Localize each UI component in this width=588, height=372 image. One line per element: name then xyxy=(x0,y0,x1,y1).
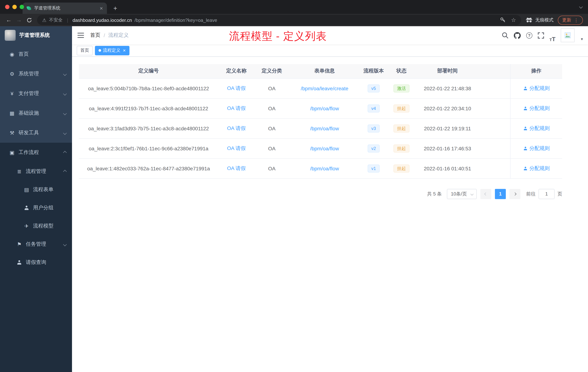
assign-rule-link[interactable]: 分配规则 xyxy=(523,85,550,92)
prev-page-button[interactable] xyxy=(480,189,491,199)
forward-button[interactable]: → xyxy=(14,15,24,25)
cell-category: OA xyxy=(254,158,289,178)
assign-rule-link[interactable]: 分配规则 xyxy=(523,145,550,152)
form-link[interactable]: /bpm/oa/flow xyxy=(310,165,339,171)
tag-home[interactable]: 首页 xyxy=(77,46,93,55)
assign-rule-link[interactable]: 分配规则 xyxy=(523,105,550,111)
sidebar-item-home[interactable]: ◉首页 xyxy=(0,44,72,64)
assign-rule-link[interactable]: 分配规则 xyxy=(523,165,550,172)
sidebar-item-label: 研发工具 xyxy=(19,130,62,136)
sidebar-item-label: 基础设施 xyxy=(19,110,62,117)
sidebar-item-system-management[interactable]: ⚙系统管理 xyxy=(0,64,72,84)
col-actions: 操作 xyxy=(510,64,562,78)
reload-icon xyxy=(26,17,32,23)
github-button[interactable] xyxy=(514,28,521,42)
goto-page-input[interactable] xyxy=(538,189,555,199)
caret-down-icon[interactable]: ▾ xyxy=(581,37,583,42)
bookmark-star-icon[interactable]: ☆ xyxy=(511,17,516,23)
cell-spacer xyxy=(479,118,510,138)
menu-kebab-icon[interactable]: ⋮ xyxy=(574,17,578,23)
help-button[interactable]: ? xyxy=(526,28,532,42)
definition-name-link[interactable]: OA 请假 xyxy=(227,105,246,111)
sidebar-item-process-form[interactable]: ▤流程表单 xyxy=(0,181,72,199)
breadcrumb-home[interactable]: 首页 xyxy=(90,32,100,39)
update-button[interactable]: 更新 ⋮ xyxy=(558,15,583,25)
form-link[interactable]: /bpm/oa/flow xyxy=(310,105,339,111)
cell-actions: 分配规则 xyxy=(510,98,562,118)
search-button[interactable] xyxy=(502,28,508,42)
cell-definition-id: oa_leave:2:3c1f0ef1-76b1-11ec-9c66-a2380… xyxy=(79,138,218,158)
back-button[interactable]: ← xyxy=(4,15,14,25)
sidebar-item-label: 系统管理 xyxy=(19,71,62,77)
cell-status: 挂起 xyxy=(387,158,416,178)
form-link[interactable]: /bpm/oa/leave/create xyxy=(301,85,348,91)
close-window-button[interactable] xyxy=(5,5,10,9)
reload-button[interactable] xyxy=(24,15,34,25)
minimize-window-button[interactable] xyxy=(12,5,17,9)
sidebar-item-process-model[interactable]: ✈流程模型 xyxy=(0,217,72,235)
next-page-button[interactable] xyxy=(509,189,520,199)
tag-process-definition[interactable]: 流程定义× xyxy=(95,46,129,55)
avatar[interactable] xyxy=(561,28,575,42)
form-link[interactable]: /bpm/oa/flow xyxy=(310,145,339,151)
security-label[interactable]: 不安全 xyxy=(49,17,63,23)
tab-close-icon[interactable]: × xyxy=(99,5,104,11)
sidebar-item-leave-query[interactable]: 请假查询 xyxy=(0,253,72,272)
page-size-select[interactable]: 10条/页 xyxy=(447,189,477,199)
definition-name-link[interactable]: OA 请假 xyxy=(227,85,246,91)
font-size-button[interactable]: TT xyxy=(549,28,556,42)
key-icon[interactable] xyxy=(500,17,506,23)
sidebar-item-infrastructure[interactable]: ▦基础设施 xyxy=(0,103,72,123)
cell-status: 挂起 xyxy=(387,118,416,138)
pagination-total: 共 5 条 xyxy=(427,191,442,197)
sidebar-item-task-management[interactable]: ⚑任务管理 xyxy=(0,235,72,253)
yen-icon: ¥ xyxy=(8,91,16,97)
definition-name-link[interactable]: OA 请假 xyxy=(227,145,246,151)
tab-search-chevron-icon[interactable] xyxy=(579,5,583,9)
cell-deploy-time: 2022-01-16 01:40:51 xyxy=(416,158,479,178)
assign-rule-link[interactable]: 分配规则 xyxy=(523,125,550,131)
sidebar-item-process-management[interactable]: ≣流程管理 xyxy=(0,162,72,181)
definition-name-link[interactable]: OA 请假 xyxy=(227,125,246,131)
address-bar[interactable]: ⚠ 不安全 | dashboard.yudao.iocoder.cn /bpm/… xyxy=(37,15,521,25)
logo[interactable]: 芋道管理系统 xyxy=(0,26,72,44)
cell-spacer xyxy=(479,98,510,118)
new-tab-button[interactable]: + xyxy=(111,5,120,12)
assign-rule-label: 分配规则 xyxy=(529,125,550,131)
chevron-up-icon xyxy=(63,170,67,173)
pagination: 共 5 条 10条/页 1 前往 页 xyxy=(79,189,562,199)
definition-table: 定义编号 定义名称 定义分类 表单信息 流程版本 状态 部署时间 操作 xyxy=(79,64,562,178)
user-icon xyxy=(523,166,527,170)
cell-definition-name: OA 请假 xyxy=(218,158,254,178)
status-badge: 挂起 xyxy=(393,124,410,132)
cell-spacer xyxy=(479,158,510,178)
tag-label: 首页 xyxy=(80,47,89,54)
cell-spacer xyxy=(479,138,510,158)
chevron-down-icon xyxy=(63,72,67,76)
cell-category: OA xyxy=(254,118,289,138)
col-status: 状态 xyxy=(387,64,416,78)
goto-label: 前往 xyxy=(526,191,536,197)
logo-avatar xyxy=(5,30,16,41)
sidebar-item-workflow[interactable]: ▣工作流程 xyxy=(0,143,72,162)
sidebar-item-dev-tools[interactable]: ⚒研发工具 xyxy=(0,123,72,143)
cell-form-info: /bpm/oa/flow xyxy=(289,118,360,138)
sidebar-item-payment-management[interactable]: ¥支付管理 xyxy=(0,84,72,103)
task-icon: ⚑ xyxy=(15,241,23,247)
browser-tab[interactable]: 芋道管理系统 × xyxy=(22,2,107,14)
sidebar-item-user-group[interactable]: 用户分组 xyxy=(0,199,72,217)
col-deploy-time: 部署时间 xyxy=(416,64,479,78)
form-link[interactable]: /bpm/oa/flow xyxy=(310,125,339,131)
chevron-down-icon xyxy=(63,242,67,246)
page-number-button[interactable]: 1 xyxy=(495,189,506,199)
tag-close-icon[interactable]: × xyxy=(123,48,126,53)
definition-name-link[interactable]: OA 请假 xyxy=(227,165,246,171)
tags-bar: 首页流程定义× xyxy=(72,44,588,57)
cell-deploy-time: 2022-01-22 20:34:10 xyxy=(416,98,479,118)
sidebar: 芋道管理系统 ◉首页⚙系统管理¥支付管理▦基础设施⚒研发工具▣工作流程≣流程管理… xyxy=(0,26,72,372)
zoom-window-button[interactable] xyxy=(20,5,24,9)
fullscreen-button[interactable] xyxy=(538,28,544,42)
chevron-down-icon xyxy=(471,192,474,196)
sidebar-toggle-button[interactable] xyxy=(72,26,89,44)
sidebar-item-label: 流程表单 xyxy=(33,186,66,193)
